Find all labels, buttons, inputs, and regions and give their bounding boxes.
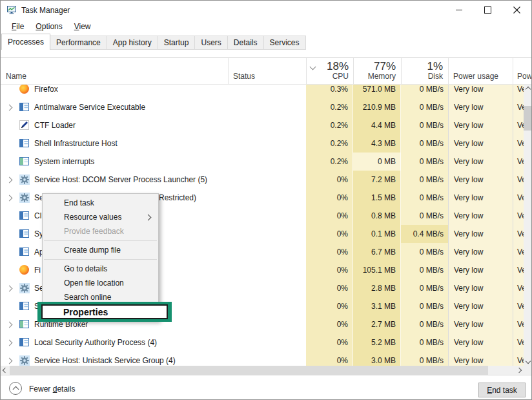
cpu-cell: 0.2% <box>306 153 353 171</box>
column-header-disk[interactable]: Disk <box>401 72 443 81</box>
power-usage-cell: Very low <box>448 352 513 366</box>
tab-processes[interactable]: Processes <box>1 34 50 50</box>
column-header-power-trend[interactable]: Pow <box>517 72 532 81</box>
context-menu-item-properties[interactable]: Properties <box>41 304 168 319</box>
table-row[interactable]: Shell Infrastructure Host0.2%4.3 MB0 MB/… <box>1 134 524 153</box>
column-header-name[interactable]: Name <box>6 72 26 81</box>
tab-app-history[interactable]: App history <box>107 36 158 50</box>
app-window-icon <box>19 247 30 257</box>
context-menu-item-go-to-details[interactable]: Go to details <box>43 262 158 276</box>
status-cell <box>228 297 306 315</box>
scroll-down-button[interactable] <box>524 357 532 366</box>
app-window-icon <box>19 138 30 149</box>
expand-chevron-icon[interactable] <box>6 340 13 346</box>
column-header-status[interactable]: Status <box>233 72 255 81</box>
table-row[interactable]: Service Host: Unistack Service Group (4)… <box>1 352 524 366</box>
expand-chevron-icon[interactable] <box>6 177 13 184</box>
power-usage-cell: Very low <box>448 153 513 171</box>
power-trend-cell: Ve <box>513 261 524 279</box>
table-row[interactable]: Local Security Authority Process (4)0%5.… <box>1 333 524 352</box>
scroll-left-button[interactable] <box>1 366 10 375</box>
power-usage-cell: Very low <box>448 134 513 153</box>
expand-chevron-icon[interactable] <box>6 195 13 202</box>
tab-services[interactable]: Services <box>263 36 306 50</box>
disk-cell: 0 MB/s <box>401 207 448 225</box>
power-trend-cell: Ve <box>513 297 524 315</box>
process-name-cell: Shell Infrastructure Host <box>1 134 228 153</box>
context-menu-item-open-file-location[interactable]: Open file location <box>43 276 158 290</box>
cpu-cell: 0% <box>306 279 353 297</box>
app-window-icon <box>19 337 30 348</box>
power-usage-cell: Very low <box>448 333 513 352</box>
table-row[interactable]: System interrupts0.2%0 MB0 MB/sVery lowV… <box>1 153 524 171</box>
app-window-icon <box>19 301 30 311</box>
disk-cell: 0 MB/s <box>401 171 448 189</box>
minimize-button[interactable] <box>444 1 473 19</box>
power-usage-cell: Very low <box>448 225 513 243</box>
column-divider[interactable] <box>513 58 513 84</box>
column-header-cpu[interactable]: CPU <box>306 72 349 81</box>
status-cell <box>228 243 306 261</box>
menu-view[interactable]: View <box>68 20 97 34</box>
process-name-cell: Service Host: DCOM Server Process Launch… <box>1 171 228 189</box>
process-name: CTF Loader <box>34 121 76 130</box>
end-task-button[interactable]: End task <box>478 383 526 397</box>
column-divider[interactable] <box>448 58 449 84</box>
tab-performance[interactable]: Performance <box>50 36 107 50</box>
scroll-right-button[interactable] <box>515 366 524 375</box>
table-row[interactable]: CTF Loader0.2%4.4 MB0 MB/sVery lowVe <box>1 116 524 134</box>
pen-icon <box>19 120 30 131</box>
cpu-cell: 0% <box>306 225 353 243</box>
expand-chevron-icon[interactable] <box>6 105 13 111</box>
power-trend-cell: Ve <box>513 333 524 352</box>
power-trend-cell: Ve <box>513 171 524 189</box>
context-menu-item-end-task[interactable]: End task <box>43 196 158 210</box>
status-cell <box>228 352 306 366</box>
scroll-up-button[interactable] <box>524 85 532 94</box>
submenu-chevron-icon <box>145 215 152 221</box>
memory-total-percent: 77% <box>353 60 396 73</box>
status-cell <box>228 134 306 153</box>
menu-options[interactable]: Options <box>30 20 68 34</box>
menu-file[interactable]: File <box>6 20 30 34</box>
memory-cell: 0 MB <box>353 153 401 171</box>
status-cell <box>228 116 306 134</box>
expand-chevron-icon[interactable] <box>6 358 13 364</box>
column-divider[interactable] <box>228 58 229 84</box>
firefox-icon <box>19 84 30 94</box>
tab-startup[interactable]: Startup <box>158 36 196 50</box>
power-trend-cell: Ve <box>513 153 524 171</box>
tab-users[interactable]: Users <box>194 36 227 50</box>
process-name-cell: Local Security Authority Process (4) <box>1 333 228 352</box>
context-menu-item-create-dump-file[interactable]: Create dump file <box>43 243 158 257</box>
expand-chevron-icon[interactable] <box>6 286 13 292</box>
cpu-cell: 0% <box>306 189 353 207</box>
titlebar: Task Manager <box>1 1 531 19</box>
table-row[interactable]: Service Host: DCOM Server Process Launch… <box>1 171 524 189</box>
horizontal-scrollbar[interactable] <box>1 366 524 375</box>
fewer-details-toggle[interactable]: Fewer details <box>29 384 75 394</box>
power-usage-cell: Very low <box>448 98 513 116</box>
vertical-scrollbar-thumb[interactable] <box>524 106 532 131</box>
column-header-power-usage[interactable]: Power usage <box>453 72 498 81</box>
column-header-memory[interactable]: Memory <box>353 72 396 81</box>
power-trend-cell: Ve <box>513 134 524 153</box>
power-usage-cell: Very low <box>448 189 513 207</box>
expand-chevron-icon[interactable] <box>6 322 13 328</box>
power-usage-cell: Very low <box>448 243 513 261</box>
status-cell <box>228 98 306 116</box>
status-cell <box>228 207 306 225</box>
context-menu-item-resource-values[interactable]: Resource values <box>43 210 158 224</box>
maximize-icon <box>484 6 491 14</box>
close-button[interactable] <box>502 1 531 19</box>
disk-cell: 0 MB/s <box>401 189 448 207</box>
power-usage-cell: Very low <box>448 116 513 134</box>
cpu-cell: 0% <box>306 333 353 352</box>
disk-cell: 0 MB/s <box>401 315 448 333</box>
vertical-scrollbar[interactable] <box>524 85 532 366</box>
tab-details[interactable]: Details <box>227 36 264 50</box>
maximize-button[interactable] <box>473 1 502 19</box>
table-row[interactable]: Antimalware Service Executable0.2%210.9 … <box>1 98 524 116</box>
horizontal-scrollbar-thumb[interactable] <box>10 366 488 375</box>
status-cell <box>228 225 306 243</box>
